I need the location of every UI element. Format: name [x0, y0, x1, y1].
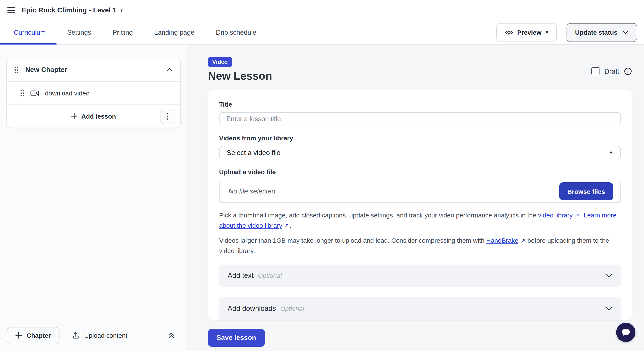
sidebar-footer: Chapter Upload content — [0, 320, 187, 350]
chevron-down-icon — [622, 30, 628, 34]
draft-checkbox[interactable] — [592, 67, 600, 75]
top-bar: Epic Rock Climbing - Level 1 ▾ — [0, 0, 644, 20]
handbrake-link[interactable]: HandBrake — [486, 237, 518, 244]
add-chapter-button[interactable]: Chapter — [7, 327, 59, 344]
video-library-link[interactable]: video library — [538, 212, 573, 219]
course-title: Epic Rock Climbing - Level 1 — [22, 6, 116, 14]
external-link-icon: ↗ — [574, 212, 580, 220]
hamburger-menu-icon[interactable] — [7, 6, 16, 15]
lesson-header: Video New Lesson Draft — [208, 57, 632, 82]
tab-drip-schedule[interactable]: Drip schedule — [205, 20, 267, 44]
update-status-button[interactable]: Update status — [566, 23, 637, 42]
tabs: Curriculum Settings Pricing Landing page… — [0, 20, 267, 44]
video-library-select[interactable]: Select a video file ▼ — [219, 146, 621, 159]
chapter-title: New Chapter — [25, 66, 67, 74]
info-icon[interactable] — [624, 67, 632, 75]
lesson-form-card: Title Videos from your library Select a … — [208, 90, 632, 320]
video-camera-icon — [30, 90, 39, 96]
tab-bar: Curriculum Settings Pricing Landing page… — [0, 20, 644, 44]
chapter-menu-button[interactable] — [160, 108, 176, 124]
tab-bar-actions: Preview ▾ Update status — [496, 20, 637, 44]
chevron-up-icon[interactable] — [166, 68, 173, 72]
chevron-down-icon — [606, 306, 612, 311]
double-chevron-up-icon — [168, 332, 175, 339]
save-lesson-button[interactable]: Save lesson — [208, 329, 265, 347]
course-title-dropdown[interactable]: Epic Rock Climbing - Level 1 ▾ — [22, 6, 123, 14]
course-builder-app: Epic Rock Climbing - Level 1 ▾ Curriculu… — [0, 0, 644, 351]
kebab-icon — [167, 113, 168, 120]
save-row: Save lesson — [208, 329, 632, 347]
upload-field-label: Upload a video file — [219, 168, 621, 176]
draft-label: Draft — [604, 68, 619, 75]
collapse-all-button[interactable] — [166, 330, 177, 341]
chat-bubble-icon — [620, 327, 631, 338]
upload-content-button[interactable]: Upload content — [72, 332, 127, 339]
chevron-down-icon — [606, 274, 612, 278]
title-field-label: Title — [219, 100, 621, 108]
add-downloads-accordion[interactable]: Add downloads Optional — [219, 297, 621, 320]
chapter-card: New Chapter — [6, 58, 180, 128]
tab-landing-page[interactable]: Landing page — [144, 20, 205, 44]
draft-toggle: Draft — [592, 67, 632, 75]
optional-label: Optional — [280, 305, 304, 312]
page-title: New Lesson — [208, 69, 272, 82]
drag-handle-icon[interactable] — [14, 66, 19, 74]
optional-label: Optional — [258, 272, 282, 279]
chapter-footer-row: Add lesson — [7, 105, 180, 128]
drag-handle-icon[interactable] — [20, 90, 25, 97]
tab-settings[interactable]: Settings — [56, 20, 102, 44]
caret-down-icon: ▼ — [609, 150, 613, 155]
lesson-title-input[interactable] — [219, 112, 621, 126]
lesson-title: download video — [45, 90, 90, 97]
caret-down-icon: ▾ — [546, 30, 548, 35]
external-link-icon: ↗ — [284, 222, 289, 231]
selected-option: Select a video file — [227, 149, 280, 156]
library-field-label: Videos from your library — [219, 134, 621, 142]
tab-pricing[interactable]: Pricing — [102, 20, 144, 44]
external-link-icon: ↗ — [520, 237, 526, 246]
upload-icon — [72, 332, 80, 339]
plus-icon — [71, 113, 78, 120]
caret-down-icon: ▾ — [120, 8, 123, 13]
video-library-help-text: Pick a thumbnail image, add closed capti… — [219, 210, 621, 231]
handbrake-help-text: Videos larger than 1GB may take longer t… — [219, 236, 621, 256]
add-text-accordion[interactable]: Add text Optional — [219, 264, 621, 287]
plus-icon — [16, 332, 22, 338]
lesson-type-badge: Video — [208, 57, 232, 67]
add-lesson-button[interactable]: Add lesson — [71, 112, 116, 120]
preview-button[interactable]: Preview ▾ — [496, 23, 557, 42]
browse-files-button[interactable]: Browse files — [559, 182, 613, 200]
lesson-row[interactable]: download video — [7, 82, 180, 105]
file-dropzone[interactable]: No file selected Browse files — [219, 180, 621, 203]
no-file-text: No file selected — [228, 188, 275, 195]
lesson-editor: Video New Lesson Draft Tit — [188, 44, 644, 350]
eye-icon — [505, 29, 513, 36]
chapter-header-row[interactable]: New Chapter — [7, 58, 180, 82]
tab-curriculum[interactable]: Curriculum — [0, 20, 56, 44]
chat-widget-button[interactable] — [616, 323, 636, 342]
curriculum-sidebar: New Chapter — [0, 44, 188, 350]
